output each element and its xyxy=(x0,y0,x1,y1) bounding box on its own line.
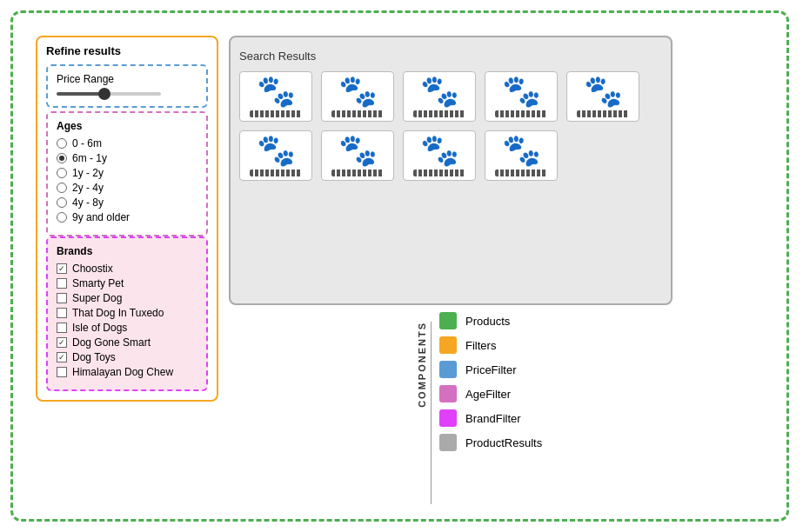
brand-label-7: Himalayan Dog Chew xyxy=(72,366,173,378)
brand-item-7[interactable]: Himalayan Dog Chew xyxy=(57,366,197,378)
product-squiggle-3 xyxy=(413,110,465,117)
radio-1y-2y[interactable] xyxy=(57,168,67,178)
legend-label-productresults: ProductResults xyxy=(465,436,542,449)
paw-icon-3: 🐾 xyxy=(420,76,459,107)
product-card-9[interactable]: 🐾 xyxy=(485,130,558,181)
legend-label-brandfilter: BrandFilter xyxy=(465,412,521,425)
product-card-8[interactable]: 🐾 xyxy=(403,130,476,181)
refine-title: Refine results xyxy=(46,44,208,57)
price-slider-track[interactable] xyxy=(57,92,161,96)
checkbox-isle-of-dogs[interactable] xyxy=(57,323,67,333)
age-option-0[interactable]: 0 - 6m xyxy=(57,137,197,150)
product-card-7[interactable]: 🐾 xyxy=(321,130,394,181)
paw-icon-5: 🐾 xyxy=(584,76,623,107)
legend-item-productresults: ProductResults xyxy=(439,434,753,451)
legend-label-products: Products xyxy=(465,315,510,328)
products-grid-row1: 🐾 🐾 🐾 🐾 🐾 xyxy=(239,71,662,122)
paw-icon-2: 🐾 xyxy=(338,76,378,107)
brand-label-5: Dog Gone Smart xyxy=(72,336,151,349)
brand-label-2: Super Dog xyxy=(72,292,122,304)
brands-box: Brands Choostix Smarty Pet Super Dog Tha… xyxy=(46,236,208,391)
age-label-3: 2y - 4y xyxy=(72,182,104,194)
product-squiggle-4 xyxy=(495,110,547,117)
age-option-2[interactable]: 1y - 2y xyxy=(57,167,197,179)
age-label-2: 1y - 2y xyxy=(72,167,104,179)
paw-icon-4: 🐾 xyxy=(502,76,541,107)
legend-color-products xyxy=(439,312,457,329)
brand-item-4[interactable]: Isle of Dogs xyxy=(57,322,197,334)
brand-item-2[interactable]: Super Dog xyxy=(57,292,197,304)
age-option-3[interactable]: 2y - 4y xyxy=(57,182,197,194)
product-squiggle-7 xyxy=(331,170,384,176)
product-squiggle-2 xyxy=(331,110,384,117)
legend-item-filters: Filters xyxy=(439,336,753,354)
product-card-2[interactable]: 🐾 xyxy=(321,71,394,122)
radio-2y-4y[interactable] xyxy=(57,183,67,193)
checkbox-super-dog[interactable] xyxy=(57,293,67,303)
legend-item-agefilter: AgeFilter xyxy=(439,385,753,402)
paw-icon-9: 🐾 xyxy=(502,135,541,166)
checkbox-smarty-pet[interactable] xyxy=(57,278,67,289)
components-label: COMPONENTS xyxy=(417,322,427,408)
refine-box: Refine results Price Range Ages 0 - 6m xyxy=(36,36,218,402)
checkbox-dog-gone-smart[interactable] xyxy=(57,337,67,348)
product-squiggle-9 xyxy=(495,170,547,176)
legend-color-productresults xyxy=(439,434,457,451)
product-card-4[interactable]: 🐾 xyxy=(485,71,558,122)
radio-9y-older[interactable] xyxy=(57,212,67,223)
checkbox-choostix[interactable] xyxy=(57,263,67,274)
slider-fill xyxy=(57,92,104,96)
product-squiggle-6 xyxy=(250,170,302,176)
brand-item-6[interactable]: Dog Toys xyxy=(57,351,197,363)
product-card-1[interactable]: 🐾 xyxy=(239,71,312,122)
radio-4y-8y[interactable] xyxy=(57,197,67,208)
legend-item-pricefilter: PriceFilter xyxy=(439,361,753,378)
checkbox-dog-toys[interactable] xyxy=(57,352,67,362)
age-label-4: 4y - 8y xyxy=(72,196,104,209)
product-squiggle-1 xyxy=(250,110,302,117)
brand-item-1[interactable]: Smarty Pet xyxy=(57,277,197,289)
price-range-box: Price Range xyxy=(46,64,208,108)
legend-area: Products Filters PriceFilter AgeFilter B… xyxy=(439,312,753,458)
age-option-1[interactable]: 6m - 1y xyxy=(57,152,197,164)
age-label-5: 9y and older xyxy=(72,211,130,223)
legend-label-agefilter: AgeFilter xyxy=(465,388,511,401)
brand-item-5[interactable]: Dog Gone Smart xyxy=(57,336,197,349)
age-label-1: 6m - 1y xyxy=(72,152,107,164)
legend-color-brandfilter xyxy=(439,409,457,427)
age-option-4[interactable]: 4y - 8y xyxy=(57,196,197,209)
product-squiggle-5 xyxy=(577,110,629,117)
legend-color-filters xyxy=(439,336,457,354)
brand-label-4: Isle of Dogs xyxy=(72,322,127,334)
product-squiggle-8 xyxy=(413,170,465,176)
ages-box: Ages 0 - 6m 6m - 1y 1y - 2y 2y - 4y xyxy=(46,111,208,236)
brand-label-6: Dog Toys xyxy=(72,351,116,363)
legend-item-brandfilter: BrandFilter xyxy=(439,409,753,427)
paw-icon-1: 🐾 xyxy=(257,76,296,107)
checkbox-that-dog-tuxedo[interactable] xyxy=(57,308,67,318)
left-panel: Refine results Price Range Ages 0 - 6m xyxy=(36,36,218,402)
price-range-label: Price Range xyxy=(57,73,197,85)
age-label-0: 0 - 6m xyxy=(72,137,102,150)
brand-label-1: Smarty Pet xyxy=(72,277,124,289)
age-option-5[interactable]: 9y and older xyxy=(57,211,197,223)
brand-item-0[interactable]: Choostix xyxy=(57,263,197,275)
slider-thumb[interactable] xyxy=(98,88,110,100)
products-grid-row2: 🐾 🐾 🐾 🐾 xyxy=(239,130,662,181)
paw-icon-6: 🐾 xyxy=(257,135,296,166)
legend-item-products: Products xyxy=(439,312,753,329)
radio-0-6m[interactable] xyxy=(57,138,67,149)
product-card-5[interactable]: 🐾 xyxy=(566,71,639,122)
brand-label-0: Choostix xyxy=(72,263,113,275)
brand-label-3: That Dog In Tuxedo xyxy=(72,307,164,319)
radio-6m-1y[interactable] xyxy=(57,153,67,163)
legend-label-pricefilter: PriceFilter xyxy=(465,363,517,376)
brands-label: Brands xyxy=(57,245,197,257)
legend-label-filters: Filters xyxy=(465,339,496,352)
ages-label: Ages xyxy=(57,120,197,132)
product-card-3[interactable]: 🐾 xyxy=(403,71,476,122)
checkbox-himalayan-dog-chew[interactable] xyxy=(57,367,67,377)
brand-item-3[interactable]: That Dog In Tuxedo xyxy=(57,307,197,319)
product-card-6[interactable]: 🐾 xyxy=(239,130,312,181)
paw-icon-7: 🐾 xyxy=(338,135,378,166)
